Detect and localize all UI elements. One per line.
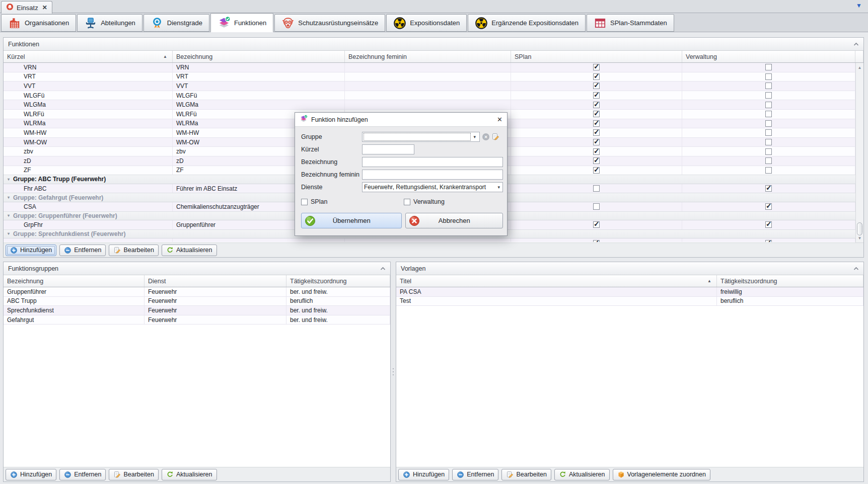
table-checkbox[interactable] [593,92,600,99]
tab-schutzausrüstungseinsätze[interactable]: Schutzausrüstungseinsätze [274,14,385,32]
checkbox-cell[interactable] [511,63,682,72]
table-checkbox[interactable] [593,167,600,174]
document-tab-einsatz[interactable]: Einsatz ✕ [1,1,52,14]
vertical-scrollbar[interactable]: ▲ ▼ [855,63,863,243]
gruppe-combobox[interactable]: ▾ [362,132,480,142]
table-checkbox[interactable] [765,185,772,192]
dienste-combobox[interactable]: Feuerwehr, Rettungsdienst, Krankentransp… [362,182,503,192]
bezeichnung-feminin-field[interactable] [362,170,503,180]
checkbox-cell[interactable] [511,82,682,91]
table-checkbox[interactable] [765,111,772,117]
table-checkbox[interactable] [593,139,600,145]
clear-selection-icon[interactable]: ✕ [482,133,489,140]
checkbox-cell[interactable] [511,220,682,229]
table-checkbox[interactable] [593,157,600,164]
scrollbar-thumb[interactable] [857,222,862,235]
chevron-down-icon[interactable]: ▾ [8,231,10,236]
table-checkbox[interactable] [593,129,600,136]
checkbox-cell[interactable] [511,91,682,100]
checkbox-cell[interactable] [511,138,682,147]
table-row[interactable]: Testberuflich [396,297,863,306]
checkbox-cell[interactable] [511,184,682,193]
table-checkbox[interactable] [593,111,600,117]
tab-dienstgrade[interactable]: Dienstgrade [143,14,209,32]
column-header-bezeichnung[interactable]: Bezeichnung [173,51,345,62]
tab-expositionsdaten[interactable]: Expositionsdaten [386,14,467,32]
scroll-down-icon[interactable]: ▼ [856,234,863,241]
table-row[interactable]: VRNVRN [4,63,855,72]
collapse-panel-icon[interactable] [380,267,386,271]
checkbox-cell[interactable] [682,147,855,156]
tab-abteilungen[interactable]: Abteilungen [77,14,142,32]
table-row[interactable]: GefahrgutFeuerwehrber. und freiw. [4,315,390,325]
table-checkbox[interactable] [593,148,600,155]
table-row[interactable]: GruppenführerFeuerwehrber. und freiw. [4,287,390,297]
column-header-verwaltung[interactable]: Verwaltung [682,51,855,62]
table-checkbox[interactable] [765,167,772,174]
table-checkbox[interactable] [765,139,772,145]
hinzufügen-button[interactable]: Hinzufügen [6,245,56,256]
column-header-titel[interactable]: Titel▲ [396,275,717,287]
checkbox-cell[interactable] [511,147,682,156]
table-checkbox[interactable] [765,157,772,164]
checkbox-cell[interactable] [682,72,855,82]
checkbox-cell[interactable] [682,128,855,137]
column-header-tätigkeitszuordnung[interactable]: Tätigkeitszuordnung [286,275,390,287]
column-header-dienst[interactable]: Dienst [144,275,286,287]
checkbox-cell[interactable] [511,119,682,128]
tab-organisationen[interactable]: Organisationen [1,14,76,32]
panel-splitter[interactable] [391,262,396,482]
checkbox-cell[interactable] [511,156,682,166]
table-checkbox[interactable] [765,120,772,127]
checkbox-cell[interactable] [511,166,682,175]
vorlagenelemente-zuordnen-button[interactable]: Vorlagenelemente zuordnen [613,469,710,480]
entfernen-button[interactable]: Entfernen [59,469,106,480]
scroll-up-icon[interactable]: ▲ [856,64,863,71]
dialog-title-bar[interactable]: Funktion hinzufügen ✕ [295,113,507,127]
table-row[interactable]: WLGFüWLGFü [4,91,855,101]
collapse-panel-icon[interactable] [853,267,859,271]
aktualisieren-button[interactable]: Aktualisieren [162,469,217,480]
collapse-panel-icon[interactable] [853,42,859,46]
verwaltung-checkbox[interactable] [404,199,410,205]
abbrechen-button[interactable]: Abbrechen [405,213,503,228]
bezeichnung-field[interactable] [362,157,503,167]
checkbox-cell[interactable] [682,138,855,147]
table-row[interactable]: SprechfunkdienstFeuerwehrber. und freiw. [4,306,390,315]
table-checkbox[interactable] [765,73,772,80]
table-checkbox[interactable] [593,120,600,127]
table-checkbox[interactable] [765,64,772,70]
table-checkbox[interactable] [593,185,600,192]
table-checkbox[interactable] [765,221,772,228]
edit-icon[interactable] [491,133,499,141]
checkbox-cell[interactable] [511,110,682,119]
bearbeiten-button[interactable]: Bearbeiten [109,469,158,480]
column-header-bezeichnung[interactable]: Bezeichnung [4,275,144,287]
checkbox-cell[interactable] [682,184,855,193]
table-row-partial[interactable] [4,238,855,242]
table-checkbox[interactable] [593,102,600,108]
splan-checkbox-group[interactable]: SPlan [301,198,404,205]
splan-checkbox[interactable] [301,199,308,205]
column-header-bezeichnung-feminin[interactable]: Bezeichnung feminin [345,51,511,62]
table-checkbox[interactable] [765,203,772,210]
tab-funktionen[interactable]: Funktionen [210,13,273,32]
checkbox-cell[interactable] [682,63,855,72]
close-tab-icon[interactable]: ✕ [42,4,47,11]
column-header-tätigkeitszuordnung[interactable]: Tätigkeitszuordnung [717,275,863,287]
aktualisieren-button[interactable]: Aktualisieren [554,469,610,480]
checkbox-cell[interactable] [682,82,855,91]
table-checkbox[interactable] [765,240,772,242]
table-row[interactable]: PA CSAfreiwillig [396,287,863,297]
verwaltung-checkbox-group[interactable]: Verwaltung [404,198,445,205]
tab-overflow-icon[interactable]: ▼ [856,2,862,9]
chevron-down-icon[interactable]: ▾ [471,134,478,139]
checkbox-cell[interactable] [682,166,855,175]
chevron-down-icon[interactable]: ▾ [495,185,502,190]
table-row[interactable]: WLGMaWLGMa [4,100,855,110]
table-checkbox[interactable] [765,83,772,89]
table-row[interactable]: VRTVRT [4,72,855,82]
dialog-close-icon[interactable]: ✕ [497,116,502,123]
uebernehmen-button[interactable]: Übernehmen [301,213,402,228]
checkbox-cell[interactable] [511,238,682,242]
